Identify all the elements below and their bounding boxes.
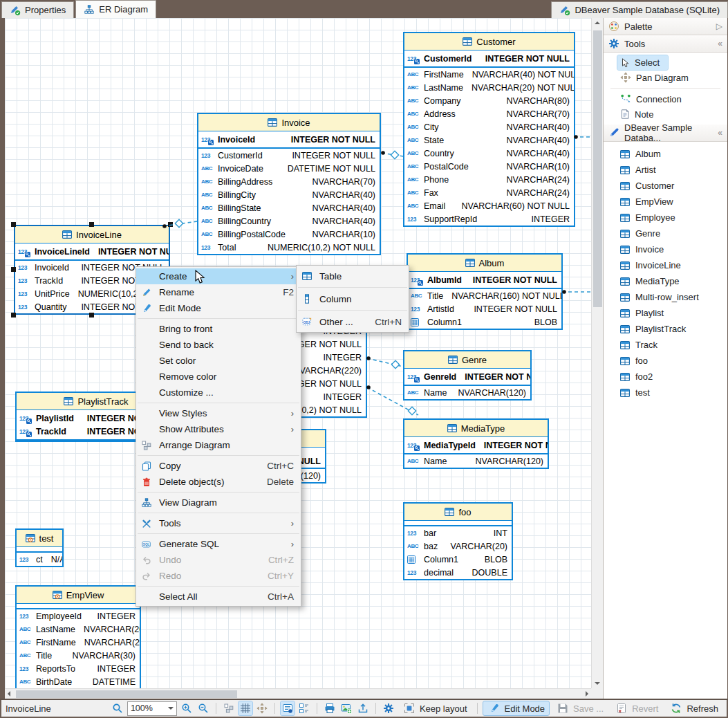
selection-handle[interactable] — [11, 222, 16, 227]
column-row[interactable]: ABCPhoneNVARCHAR(24) — [404, 173, 574, 186]
zoom-out-button[interactable] — [196, 701, 210, 715]
column-row[interactable]: 123MediaTypeIdINTEGER NOT NULL — [404, 439, 548, 452]
column-row[interactable]: ABCCityNVARCHAR(40) — [404, 120, 574, 134]
entity-foo[interactable]: foo123barINTABCbazVARCHAR(20)Column1BLOB… — [403, 502, 513, 580]
menu-item-set-color[interactable]: Set color — [136, 353, 301, 369]
pan-button[interactable] — [255, 701, 269, 715]
entity-header[interactable]: Genre — [404, 351, 530, 369]
menu-item-create[interactable]: Create› — [136, 268, 301, 284]
column-row[interactable]: 123InvoiceIdINTEGER NOT NULL — [198, 133, 380, 146]
collapse-left-icon[interactable]: « — [718, 128, 722, 138]
tool-select[interactable]: Select — [617, 55, 668, 70]
column-row[interactable]: ABCFirstNameNVARCHAR(40) NOT NULL — [404, 68, 574, 81]
db-table-playlist[interactable]: Playlist — [604, 305, 727, 321]
show-attributes-button[interactable] — [297, 701, 311, 715]
db-table-customer[interactable]: Customer — [604, 178, 727, 194]
submenu-item-column[interactable]: Column — [297, 290, 409, 308]
tab-er-diagram[interactable]: ER Diagram — [75, 0, 156, 18]
scroll-up-arrow[interactable] — [595, 21, 600, 24]
column-row[interactable]: 123ReportsToINTEGER — [17, 662, 140, 675]
column-row[interactable]: 123ctN/A — [17, 553, 62, 566]
entity-empview[interactable]: EmpView123EmployeeIdINTEGERABCLastNameNV… — [15, 585, 141, 688]
toggle-notes-button[interactable] — [281, 701, 295, 715]
menu-item-tools[interactable]: Tools› — [136, 515, 301, 531]
column-row[interactable]: ABCLastNameNVARCHAR(20) — [17, 623, 140, 636]
column-row[interactable]: ABCEmailNVARCHAR(60) NOT NULL — [404, 199, 574, 212]
entity-header[interactable]: EmpView — [17, 587, 140, 604]
column-row[interactable]: ABCInvoiceDateDATETIME NOT NULL — [198, 162, 380, 175]
menu-item-show-attributes[interactable]: Show Attributes› — [136, 421, 301, 437]
column-row[interactable]: ABCPostalCodeNVARCHAR(10) — [404, 160, 574, 173]
db-table-invoiceline[interactable]: InvoiceLine — [604, 257, 727, 273]
search-icon[interactable] — [111, 701, 124, 715]
menu-item-customize[interactable]: Customize ... — [136, 385, 301, 401]
menu-item-remove-color[interactable]: Remove color — [136, 369, 301, 385]
arrange-diagram-button[interactable] — [222, 701, 236, 715]
column-row[interactable]: Column1BLOB — [408, 315, 561, 329]
column-row[interactable]: ABCCompanyNVARCHAR(80) — [404, 94, 574, 107]
db-table-track[interactable]: Track — [604, 337, 727, 353]
toggle-grid-button[interactable] — [239, 701, 252, 715]
save-button[interactable]: Save ... — [552, 701, 608, 715]
column-row[interactable]: 123decimalDOUBLE — [404, 566, 512, 579]
menu-item-generate-sql[interactable]: SQLGenerate SQL› — [136, 536, 301, 552]
menu-item-bring-to-front[interactable]: Bring to front — [136, 321, 301, 337]
tab-properties[interactable]: Properties — [1, 1, 74, 18]
entity-header[interactable]: MediaType — [404, 420, 548, 437]
selection-handle[interactable] — [11, 313, 16, 317]
column-row[interactable]: ABCCountryNVARCHAR(40) — [404, 147, 574, 160]
menu-item-view-diagram[interactable]: View Diagram — [136, 495, 301, 510]
tool-note[interactable]: Note — [604, 107, 727, 122]
scroll-down-arrow[interactable] — [595, 682, 600, 685]
db-table-employee[interactable]: Employee — [604, 210, 727, 225]
submenu-item-other[interactable]: OBJOther ...Ctrl+N — [297, 313, 409, 331]
tab-database-editor[interactable]: DBeaver Sample Database (SQLite) — [551, 1, 728, 18]
db-table-foo2[interactable]: foo2 — [604, 369, 727, 385]
column-row[interactable]: ABCFaxNVARCHAR(24) — [404, 186, 574, 199]
entity-header[interactable]: foo — [404, 504, 512, 521]
collapse-left-icon[interactable]: « — [718, 39, 722, 48]
horizontal-scrollbar-thumb[interactable] — [16, 690, 237, 698]
menu-item-arrange-diagram[interactable]: Arrange Diagram — [136, 437, 301, 453]
refresh-button[interactable]: Refresh — [665, 701, 722, 715]
menu-item-undo[interactable]: UndoCtrl+Z — [136, 552, 301, 568]
column-row[interactable]: 123TotalNUMERIC(10,2) NOT NULL — [198, 241, 380, 254]
column-row[interactable]: 123SupportRepIdINTEGER — [404, 212, 574, 225]
column-row[interactable]: ABCLastNameNVARCHAR(20) NOT NULL — [404, 81, 574, 94]
selection-handle[interactable] — [89, 313, 94, 317]
triangle-right-icon[interactable]: ▷ — [716, 21, 722, 31]
entity-album[interactable]: Album123AlbumIdINTEGER NOT NULLABCTitleN… — [407, 253, 563, 330]
menu-item-select-all[interactable]: Select AllCtrl+A — [136, 589, 301, 605]
save-image-button[interactable] — [339, 701, 353, 715]
db-table-invoice[interactable]: Invoice — [604, 241, 727, 257]
export-button[interactable] — [356, 701, 370, 715]
menu-item-send-to-back[interactable]: Send to back — [136, 337, 301, 353]
db-table-empview[interactable]: EmpView — [604, 194, 727, 210]
entity-header[interactable]: test — [17, 530, 62, 547]
column-row[interactable]: ABCNameNVARCHAR(120) — [404, 386, 530, 399]
selection-handle[interactable] — [11, 267, 16, 272]
column-row[interactable]: ABCAddressNVARCHAR(70) — [404, 107, 574, 120]
keep-layout-toggle[interactable]: Keep layout — [398, 701, 472, 715]
column-row[interactable]: ABCNameNVARCHAR(120) — [404, 454, 548, 468]
menu-item-copy[interactable]: CopyCtrl+C — [136, 458, 301, 474]
column-row[interactable]: ABCBirthDateDATETIME — [17, 675, 140, 688]
menu-item-rename[interactable]: RenameF2 — [136, 284, 301, 300]
column-row[interactable]: ABCTitleNVARCHAR(30) — [17, 649, 140, 662]
db-table-artist[interactable]: Artist — [604, 162, 727, 178]
entity-genre[interactable]: Genre123GenreIdINTEGER NOT NULLABCNameNV… — [403, 350, 532, 401]
entity-invoice[interactable]: Invoice123InvoiceIdINTEGER NOT NULL123Cu… — [197, 113, 381, 255]
column-row[interactable]: 123CustomerIdINTEGER NOT NULL — [404, 52, 574, 65]
zoom-in-button[interactable] — [180, 701, 194, 715]
tools-section-header[interactable]: Tools « — [604, 35, 727, 53]
db-table-album[interactable]: Album — [604, 146, 727, 162]
menu-item-edit-mode[interactable]: Edit Mode — [136, 300, 301, 316]
entity-header[interactable]: InvoiceLine — [15, 226, 169, 243]
column-row[interactable]: 123GenreIdINTEGER NOT NULL — [404, 370, 530, 383]
db-table-test[interactable]: test — [604, 385, 727, 401]
column-row[interactable]: ABCTitleNVARCHAR(160) NOT NULL — [408, 289, 561, 302]
horizontal-scrollbar[interactable] — [5, 688, 591, 699]
column-row[interactable]: ABCBillingStateNVARCHAR(40) — [198, 201, 380, 214]
scroll-right-arrow[interactable] — [586, 691, 588, 697]
db-table-foo[interactable]: foo — [604, 353, 727, 369]
